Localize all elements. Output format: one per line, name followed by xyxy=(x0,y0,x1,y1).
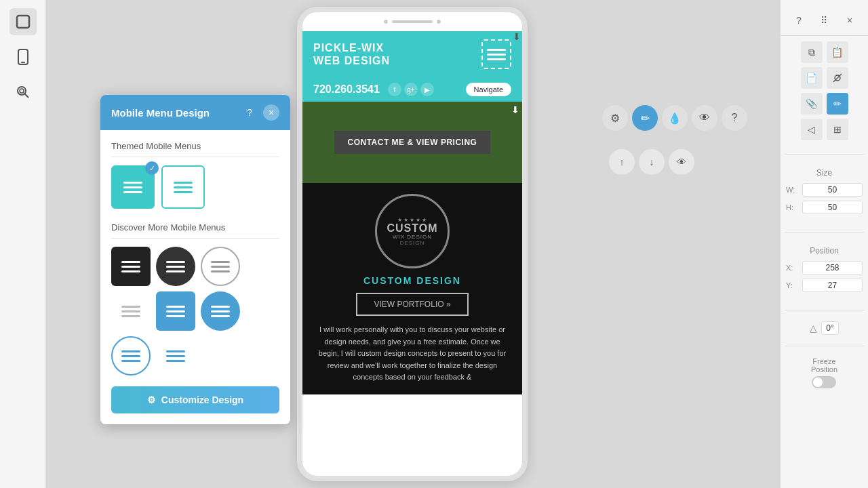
height-label: H: xyxy=(786,203,800,211)
themed-section-label: Themed Mobile Menus xyxy=(111,141,279,157)
y-row: Y: 27 xyxy=(786,279,863,292)
copy-button[interactable]: ⧉ xyxy=(801,41,823,63)
square-toolbar-icon[interactable] xyxy=(9,8,37,35)
visibility-toggle-button[interactable]: 👁 xyxy=(669,149,694,175)
y-value[interactable]: 27 xyxy=(802,279,863,292)
notch-bar xyxy=(392,20,433,23)
freeze-label: FreezePosition xyxy=(811,357,837,373)
down-arrow-button[interactable]: ↓ xyxy=(639,149,665,175)
more-menu-minimal-blue[interactable] xyxy=(156,336,195,375)
more-menu-dark-circle[interactable] xyxy=(156,247,195,286)
download-icon-hero[interactable]: ⬇ xyxy=(511,104,519,115)
right-grid-button[interactable]: ⠿ xyxy=(814,11,833,30)
googleplus-icon[interactable]: g+ xyxy=(404,83,418,96)
hline1 xyxy=(174,182,193,184)
panel-help-button[interactable]: ? xyxy=(241,104,258,121)
x-row: X: 258 xyxy=(786,261,863,274)
customize-icon: ⚙ xyxy=(147,394,156,405)
svg-rect-2 xyxy=(21,62,25,63)
hline1 xyxy=(123,182,142,184)
panel-close-button[interactable]: × xyxy=(263,104,279,121)
link-button[interactable]: 📎 xyxy=(801,93,823,115)
paste-button[interactable]: 📋 xyxy=(827,41,848,63)
pencil-toolbar-button[interactable]: ✏ xyxy=(632,105,658,131)
more-menu-blue-square[interactable] xyxy=(156,291,195,331)
active-edit-button[interactable]: ✏ xyxy=(827,93,848,115)
width-value[interactable]: 50 xyxy=(802,183,863,197)
badge-bottom: DESIGN xyxy=(400,240,425,246)
icon-row-1: ⧉ 📋 xyxy=(801,41,848,63)
facebook-icon[interactable]: f xyxy=(388,83,401,96)
notch-dot2 xyxy=(437,20,441,24)
more-menu-black-square[interactable] xyxy=(111,247,151,286)
toggle-thumb xyxy=(813,378,823,387)
youtube-icon[interactable]: ▶ xyxy=(420,83,434,96)
navigate-button[interactable]: Navigate xyxy=(466,83,511,96)
selected-checkmark: ✓ xyxy=(145,161,159,175)
drop-toolbar-button[interactable]: 💧 xyxy=(662,105,688,131)
size-title: Size xyxy=(786,168,863,178)
up-arrow-button[interactable]: ↑ xyxy=(609,149,635,175)
hamburger-teal-outline xyxy=(174,182,193,193)
align-button[interactable]: ◁ xyxy=(801,119,823,140)
right-close-button[interactable]: × xyxy=(840,11,859,30)
contact-view-pricing-button[interactable]: CONTACT ME & VIEW PRICING xyxy=(334,131,491,154)
table-button[interactable]: ⊞ xyxy=(827,119,848,140)
more-menu-blue-circle[interactable] xyxy=(201,291,240,331)
eye-toolbar-button[interactable]: 👁 xyxy=(692,105,717,131)
social-icons: f g+ ▶ xyxy=(388,83,434,96)
themed-menu-teal-square[interactable]: ✓ xyxy=(111,165,155,209)
view-portfolio-button[interactable]: VIEW PORTFOLIO » xyxy=(356,293,468,316)
width-row: W: 50 xyxy=(786,183,863,197)
eye-off-button[interactable] xyxy=(827,67,848,89)
freeze-toggle[interactable] xyxy=(812,376,836,388)
divider4 xyxy=(785,346,863,346)
question-toolbar-button[interactable]: ? xyxy=(722,105,747,131)
notch-dot1 xyxy=(384,20,388,24)
panel-header-icons: ? × xyxy=(241,104,279,121)
freeze-position-section: FreezePosition xyxy=(806,352,843,394)
x-value[interactable]: 258 xyxy=(802,261,863,274)
svg-rect-0 xyxy=(17,16,29,28)
floating-toolbar: ⚙ ✏ 💧 👁 ? xyxy=(602,105,747,131)
svg-point-5 xyxy=(20,89,24,93)
customize-label: Customize Design xyxy=(161,394,243,405)
phone-notch xyxy=(302,12,522,31)
angle-row: △ 0° xyxy=(804,316,844,340)
custom-design-label: CUSTOM DESIGN xyxy=(363,275,461,286)
more-menu-minimal[interactable] xyxy=(111,291,151,331)
divider1 xyxy=(785,154,863,155)
gear-toolbar-button[interactable]: ⚙ xyxy=(602,105,628,131)
hline3 xyxy=(174,191,193,193)
height-value[interactable]: 50 xyxy=(802,201,863,214)
more-menu-light-circle[interactable] xyxy=(201,247,240,286)
site-logo: PICKLE-WIX WEB DESIGN xyxy=(313,41,390,67)
canvas-area: Mobile Menu Design ? × Themed Mobile Men… xyxy=(46,0,780,488)
width-label: W: xyxy=(786,186,800,194)
site-hamburger-button[interactable] xyxy=(481,39,511,69)
right-top-bar: ? ⠿ × xyxy=(781,5,868,36)
themed-menu-teal-outline[interactable] xyxy=(161,165,205,209)
more-menu-blue-outline-circle[interactable] xyxy=(111,336,151,375)
badge-main-text: CUSTOM xyxy=(387,223,437,234)
search-toolbar-icon[interactable] xyxy=(9,79,37,106)
download-icon-top[interactable]: ⬇ xyxy=(513,31,521,42)
mobile-toolbar-icon[interactable] xyxy=(9,43,37,70)
phone-preview: PICKLE-WIX WEB DESIGN ⬇ xyxy=(297,7,528,481)
site-description: I will work personally with you to discu… xyxy=(313,324,511,384)
right-icon-group: ⧉ 📋 📄 📎 ✏ ◁ ⊞ xyxy=(781,41,868,140)
mobile-menu-design-panel: Mobile Menu Design ? × Themed Mobile Men… xyxy=(100,95,290,424)
left-toolbar xyxy=(0,0,46,488)
icon-row-4: ◁ ⊞ xyxy=(801,119,848,140)
right-panel: ? ⠿ × ⧉ 📋 📄 📎 ✏ ◁ ⊞ Size W: 50 xyxy=(780,0,868,488)
customize-design-button[interactable]: ⚙ Customize Design xyxy=(111,386,279,413)
hline2 xyxy=(174,186,193,188)
icon-row-2: 📄 xyxy=(801,67,848,89)
angle-value[interactable]: 0° xyxy=(821,321,838,335)
right-question-button[interactable]: ? xyxy=(789,11,808,30)
site-phone-number: 720.260.3541 xyxy=(313,83,380,96)
site-contact-bar: 720.260.3541 f g+ ▶ Navigate xyxy=(302,77,522,102)
more-menus-grid xyxy=(111,247,279,375)
layers-button[interactable]: 📄 xyxy=(801,67,823,89)
themed-menus-row: ✓ xyxy=(111,165,279,209)
